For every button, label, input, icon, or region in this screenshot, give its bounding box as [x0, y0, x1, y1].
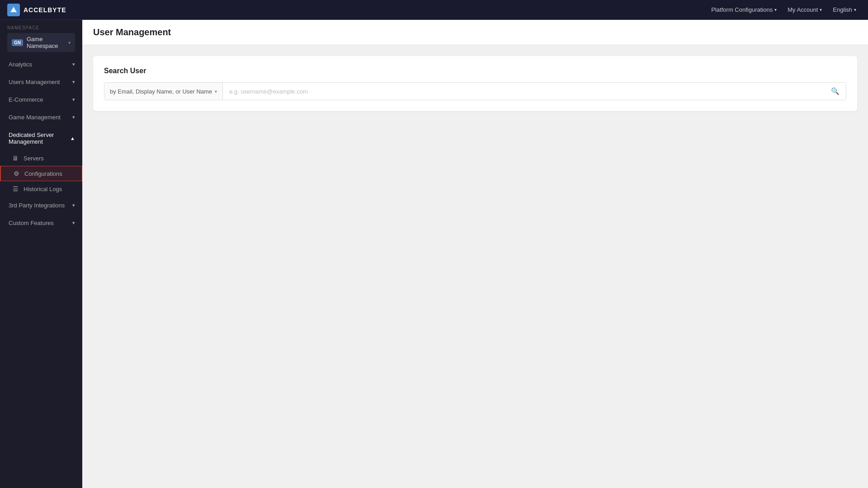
page-title: User Management: [93, 27, 857, 38]
sidebar-item-third-party[interactable]: 3rd Party Integrations ▾: [0, 197, 82, 214]
analytics-chevron-icon: ▾: [72, 61, 75, 67]
historical-logs-icon: ☰: [12, 185, 19, 192]
platform-configurations-button[interactable]: Platform Configurations ▾: [707, 4, 781, 16]
page-body: Search User by Email, Display Name, or U…: [82, 45, 868, 122]
language-selector-button[interactable]: English ▾: [828, 4, 861, 16]
sidebar: NAMESPACE GN Game Namespace ▾ Analytics …: [0, 20, 82, 488]
namespace-label: NAMESPACE: [7, 25, 75, 30]
servers-icon: 🖥: [12, 155, 19, 162]
search-filter-dropdown[interactable]: by Email, Display Name, or User Name ▾: [104, 83, 223, 100]
namespace-selector[interactable]: GN Game Namespace ▾: [7, 33, 75, 52]
search-icon: 🔍: [831, 87, 840, 95]
svg-marker-0: [10, 7, 17, 12]
sidebar-item-analytics[interactable]: Analytics ▾: [0, 56, 82, 73]
top-nav-actions: Platform Configurations ▾ My Account ▾ E…: [707, 4, 861, 16]
logo-text: ACCELBYTE: [24, 6, 66, 14]
logo: ACCELBYTE: [7, 4, 66, 16]
custom-features-chevron-icon: ▾: [72, 220, 75, 226]
namespace-name: Game Namespace: [27, 36, 65, 49]
search-input[interactable]: [223, 83, 825, 100]
namespace-chevron-icon: ▾: [68, 40, 71, 45]
my-account-button[interactable]: My Account ▾: [783, 4, 826, 16]
dedicated-server-chevron-icon: ▲: [70, 136, 75, 141]
logo-icon: [7, 4, 20, 16]
sidebar-item-users-management[interactable]: Users Management ▾: [0, 73, 82, 91]
game-mgmt-chevron-icon: ▾: [72, 114, 75, 120]
sidebar-subitem-servers[interactable]: 🖥 Servers: [0, 150, 82, 166]
my-account-chevron-icon: ▾: [820, 7, 822, 12]
top-nav: ACCELBYTE Platform Configurations ▾ My A…: [0, 0, 868, 20]
third-party-chevron-icon: ▾: [72, 202, 75, 208]
platform-config-chevron-icon: ▾: [774, 7, 777, 12]
namespace-badge: GN: [12, 39, 23, 46]
namespace-section: NAMESPACE GN Game Namespace ▾: [0, 20, 82, 56]
ecommerce-chevron-icon: ▾: [72, 97, 75, 103]
search-row: by Email, Display Name, or User Name ▾ 🔍: [104, 82, 846, 100]
language-chevron-icon: ▾: [854, 7, 856, 12]
search-filter-chevron-icon: ▾: [215, 89, 217, 94]
search-card: Search User by Email, Display Name, or U…: [93, 56, 857, 111]
main-content: User Management Search User by Email, Di…: [82, 20, 868, 488]
search-button[interactable]: 🔍: [825, 83, 846, 100]
users-chevron-icon: ▾: [72, 79, 75, 85]
sidebar-subitem-historical-logs[interactable]: ☰ Historical Logs: [0, 181, 82, 197]
page-header: User Management: [82, 20, 868, 45]
search-card-title: Search User: [104, 67, 846, 75]
layout: NAMESPACE GN Game Namespace ▾ Analytics …: [0, 20, 868, 488]
sidebar-item-custom-features[interactable]: Custom Features ▾: [0, 214, 82, 232]
sidebar-subitem-configurations[interactable]: ⚙ Configurations: [0, 166, 82, 181]
sidebar-item-dedicated-server[interactable]: Dedicated Server Management ▲: [0, 126, 82, 150]
sidebar-item-e-commerce[interactable]: E-Commerce ▾: [0, 91, 82, 108]
sidebar-item-game-management[interactable]: Game Management ▾: [0, 108, 82, 126]
search-filter-value: by Email, Display Name, or User Name: [110, 88, 212, 95]
configurations-icon: ⚙: [13, 170, 20, 177]
